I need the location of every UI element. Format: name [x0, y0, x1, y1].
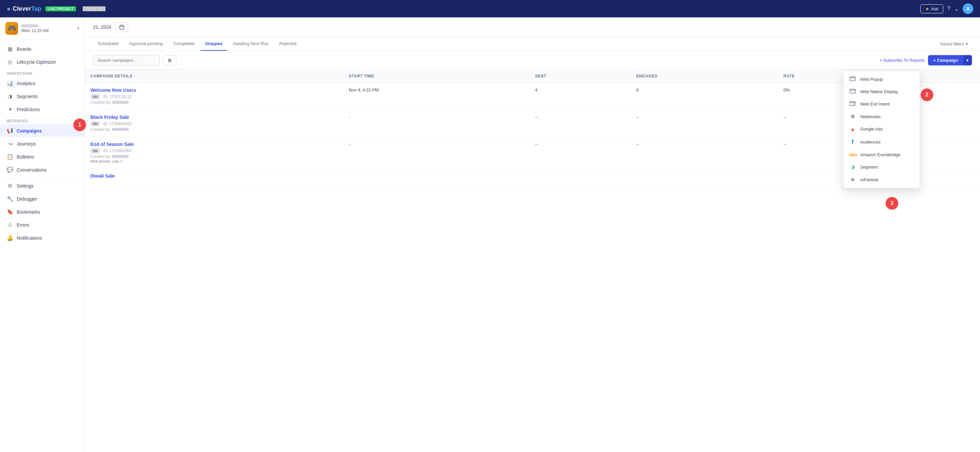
saved-filters-chevron-icon: ▾: [966, 42, 968, 46]
subscribe-to-reports-button[interactable]: + Subscribe To Reports: [880, 58, 924, 63]
topnav-left: ● CleverTap LIVE PROJECT ████████: [7, 5, 105, 13]
campaign-type-badge: SM: [91, 121, 100, 126]
sidebar-item-label: Errors: [17, 222, 29, 228]
edit-priority-icon[interactable]: ✏: [120, 159, 123, 164]
logo-icon: ●: [7, 5, 11, 13]
dropdown-item-google-ads[interactable]: ▲ Google Ads: [843, 123, 920, 135]
sidebar-item-errors[interactable]: ⚠ Errors: [0, 218, 85, 232]
campaign-button-group: + Campaign ▾: [928, 55, 972, 65]
sidebar-item-label: Bookmarks: [17, 209, 40, 215]
svg-point-8: [170, 60, 171, 61]
campaign-dropdown-toggle[interactable]: ▾: [963, 55, 972, 65]
sidebar-item-segments[interactable]: ◑ Segments: [0, 90, 85, 103]
profile-chevron-icon[interactable]: ▾: [77, 26, 80, 31]
toolbar-right: + Subscribe To Reports + Campaign ▾: [880, 55, 972, 65]
dropdown-item-mparticle[interactable]: ≋ mParticle: [843, 173, 920, 186]
calendar-button[interactable]: [115, 22, 128, 32]
campaign-type-dropdown: Web Popup Web Native Display Web Exit In…: [843, 71, 920, 188]
campaign-details-cell: End of Season Sale SM ID: 1729881997 Cre…: [85, 137, 344, 169]
sidebar-item-settings[interactable]: ⚙ Settings: [0, 179, 85, 192]
sent-cell: --: [530, 137, 631, 169]
campaign-name-link[interactable]: Diwali Sale: [91, 173, 115, 179]
filter-tabs: Scheduled Approval pending Completed Sto…: [85, 37, 980, 51]
analytics-icon: 📊: [7, 80, 13, 86]
campaign-id: ID: 1729881997: [103, 149, 132, 153]
amazon-eventbridge-icon: AWS: [849, 153, 856, 157]
sidebar-item-conversations[interactable]: 💬 Conversations: [0, 163, 85, 176]
nav-dropdown-arrow[interactable]: ⌄: [954, 6, 959, 12]
engaged-cell: --: [631, 137, 778, 169]
tab-stopped[interactable]: Stopped: [200, 37, 227, 51]
search-input[interactable]: [93, 55, 160, 65]
sidebar-item-label: Conversations: [17, 167, 47, 172]
engaged-cell: [631, 169, 778, 188]
tab-rejected[interactable]: Rejected: [275, 37, 301, 51]
dropdown-item-label: Google Ads: [860, 126, 883, 131]
svg-rect-14: [850, 102, 856, 105]
star-icon: ★: [925, 6, 929, 11]
dropdown-item-label: Amazon Eventbridge: [860, 152, 900, 157]
sidebar: 🎮 Wed, 11:25 AM ▾ ▦ Boards ◎ Lifecycle O…: [0, 18, 85, 452]
sidebar-profile[interactable]: 🎮 Wed, 11:25 AM ▾: [0, 18, 85, 40]
audiences-icon: f: [849, 139, 856, 145]
notifications-icon: 🔔: [7, 235, 13, 241]
start-time-cell: -: [344, 110, 530, 137]
main-content: 21, 2024 Scheduled Approval pending Comp…: [85, 18, 980, 452]
sidebar-item-debugger[interactable]: 🔧 Debugger: [0, 192, 85, 205]
segments-icon: ◑: [7, 93, 13, 99]
dropdown-item-web-popup[interactable]: Web Popup: [843, 73, 920, 85]
tab-approval-pending[interactable]: Approval pending: [124, 37, 167, 51]
profile-time: Wed, 11:25 AM: [21, 29, 74, 33]
campaign-name-link[interactable]: Black Friday Sale: [91, 115, 129, 120]
add-campaign-button[interactable]: + Campaign: [928, 55, 963, 65]
created-by: Created by:: [91, 154, 338, 159]
engaged-cell: --: [631, 110, 778, 137]
dropdown-item-audiences[interactable]: f Audiences: [843, 135, 920, 149]
dropdown-item-web-exit-intent[interactable]: Web Exit Intent: [843, 98, 920, 110]
messages-section-label: MESSAGES: [0, 116, 85, 124]
dropdown-item-label: Audiences: [860, 139, 881, 145]
sidebar-item-predictions[interactable]: ✦ Predictions: [0, 103, 85, 116]
sidebar-item-label: Segments: [17, 94, 38, 99]
dropdown-item-amazon-eventbridge[interactable]: AWS Amazon Eventbridge: [843, 149, 920, 161]
profile-info: Wed, 11:25 AM: [21, 24, 74, 33]
dropdown-item-web-native-display[interactable]: Web Native Display: [843, 85, 920, 98]
sidebar-item-campaigns[interactable]: 📢 Campaigns: [0, 124, 85, 137]
sidebar-item-bulletins[interactable]: 📋 Bulletins: [0, 150, 85, 163]
dropdown-item-webhooks[interactable]: ⚙ Webhooks: [843, 110, 920, 123]
errors-icon: ⚠: [7, 222, 13, 228]
sidebar-item-bookmarks[interactable]: 🔖 Bookmarks: [0, 205, 85, 218]
bookmarks-icon: 🔖: [7, 209, 13, 215]
boards-icon: ▦: [7, 46, 13, 52]
filter-button[interactable]: [163, 56, 177, 65]
sidebar-item-boards[interactable]: ▦ Boards: [0, 42, 85, 56]
sidebar-item-journeys[interactable]: ↝ Journeys: [0, 137, 85, 150]
campaign-name-link[interactable]: Welcome New Users: [91, 88, 136, 93]
dropdown-item-label: Webhooks: [860, 114, 881, 119]
tab-scheduled[interactable]: Scheduled: [93, 37, 123, 51]
dropdown-item-segment[interactable]: ◑ Segment: [843, 161, 920, 173]
web-popup-icon: [849, 77, 856, 82]
live-badge: LIVE PROJECT: [45, 6, 76, 11]
campaign-name-link[interactable]: End of Season Sale: [91, 142, 134, 147]
tab-awaiting-next-run[interactable]: Awaiting Next Run: [229, 37, 274, 51]
saved-filters-label: Saved filters: [940, 42, 964, 46]
help-icon[interactable]: ?: [947, 6, 950, 12]
bulletins-icon: 📋: [7, 153, 13, 160]
sidebar-item-label: Predictions: [17, 107, 40, 112]
sidebar-item-notifications[interactable]: 🔔 Notifications: [0, 232, 85, 244]
user-avatar[interactable]: A: [963, 3, 973, 14]
ask-button[interactable]: ★ Ask: [920, 4, 943, 13]
tab-completed[interactable]: Completed: [169, 37, 199, 51]
svg-point-7: [169, 59, 169, 59]
campaigns-icon: 📢: [7, 128, 13, 134]
dropdown-item-label: mParticle: [860, 177, 878, 182]
sidebar-item-lifecycle[interactable]: ◎ Lifecycle Optimizer: [0, 56, 85, 69]
app-body: 🎮 Wed, 11:25 AM ▾ ▦ Boards ◎ Lifecycle O…: [0, 18, 980, 452]
campaign-id: ID: 1730400082: [103, 121, 132, 126]
sidebar-item-analytics[interactable]: 📊 Analytics: [0, 77, 85, 90]
campaign-type-badge: SM: [91, 94, 100, 99]
dropdown-item-label: Web Native Display: [860, 89, 898, 94]
saved-filters-dropdown[interactable]: Saved filters ▾: [936, 39, 972, 49]
segment-icon: ◑: [849, 164, 856, 170]
